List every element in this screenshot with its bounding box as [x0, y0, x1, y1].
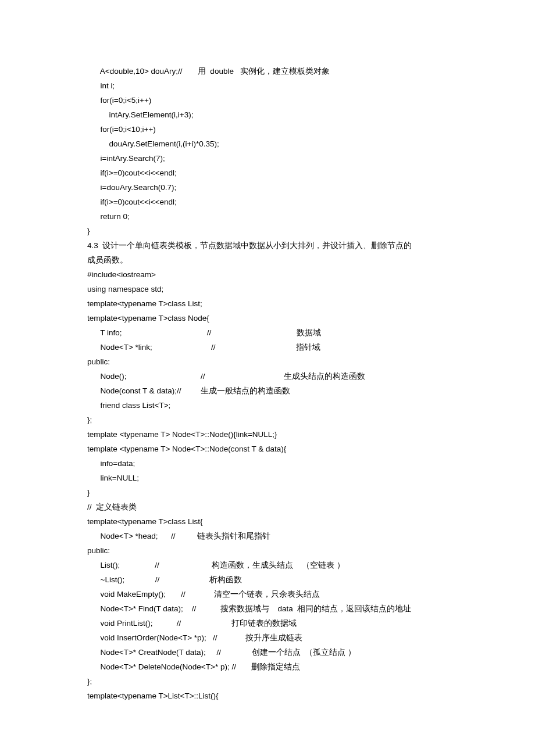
code-line: i=douAry.Search(0.7); — [87, 180, 448, 195]
code-line: // 定义链表类 — [87, 500, 448, 514]
code-line: } — [87, 224, 448, 238]
code-line: template<typename T>class Node{ — [87, 311, 448, 325]
code-line: friend class List<T>; — [87, 398, 448, 413]
code-line: 4.3 设计一个单向链表类模板，节点数据域中数据从小到大排列，并设计插入、删除节… — [87, 238, 448, 253]
code-line: link=NULL; — [87, 471, 448, 485]
code-line: Node(const T & data);// 生成一般结点的构造函数 — [87, 384, 448, 398]
code-line: Node(); // 生成头结点的构造函数 — [87, 369, 448, 384]
code-line: A<double,10> douAry;// 用 double 实例化，建立模板… — [87, 64, 448, 78]
code-line: Node<T>* DeleteNode(Node<T>* p); // 删除指定… — [87, 660, 448, 674]
code-line: void InsertOrder(Node<T> *p); // 按升序生成链表 — [87, 630, 448, 645]
code-line: ~List(); // 析构函数 — [87, 572, 448, 587]
code-line: void PrintList(); // 打印链表的数据域 — [87, 616, 448, 630]
code-line: template<typename T>class List; — [87, 296, 448, 311]
code-line: template<typename T>List<T>::List(){ — [87, 689, 448, 703]
code-line: #include<iostream> — [87, 267, 448, 282]
code-line: intAry.SetElement(i,i+3); — [87, 108, 448, 122]
code-line: T info; // 数据域 — [87, 325, 448, 340]
code-line: void MakeEmpty(); // 清空一个链表，只余表头结点 — [87, 587, 448, 601]
code-line: public: — [87, 543, 448, 558]
code-line: } — [87, 485, 448, 500]
code-line: }; — [87, 674, 448, 689]
code-line: template<typename T>class List{ — [87, 514, 448, 529]
code-line: template <typename T> Node<T>::Node(cons… — [87, 442, 448, 456]
document-page: A<double,10> douAry;// 用 double 实例化，建立模板… — [0, 0, 535, 756]
code-line: if(i>=0)cout<<i<<endl; — [87, 195, 448, 209]
code-line: Node<T> *link; // 指针域 — [87, 340, 448, 354]
code-line: int i; — [87, 78, 448, 93]
code-line: Node<T>* Find(T data); // 搜索数据域与 data 相同… — [87, 601, 448, 616]
code-line: info=data; — [87, 456, 448, 471]
code-line: Node<T>* CreatNode(T data); // 创建一个结点 （孤… — [87, 645, 448, 660]
code-line: using namespace std; — [87, 282, 448, 296]
code-line: douAry.SetElement(i,(i+i)*0.35); — [87, 137, 448, 151]
code-block: A<double,10> douAry;// 用 double 实例化，建立模板… — [87, 64, 448, 703]
code-line: for(i=0;i<5;i++) — [87, 93, 448, 108]
code-line: 成员函数。 — [87, 253, 448, 267]
code-line: i=intAry.Search(7); — [87, 151, 448, 166]
code-line: Node<T> *head; // 链表头指针和尾指针 — [87, 529, 448, 543]
code-line: template <typename T> Node<T>::Node(){li… — [87, 427, 448, 442]
code-line: return 0; — [87, 209, 448, 224]
code-line: for(i=0;i<10;i++) — [87, 122, 448, 137]
code-line: public: — [87, 354, 448, 369]
code-line: }; — [87, 413, 448, 427]
code-line: if(i>=0)cout<<i<<endl; — [87, 166, 448, 180]
code-line: List(); // 构造函数，生成头结点 （空链表 ） — [87, 558, 448, 572]
